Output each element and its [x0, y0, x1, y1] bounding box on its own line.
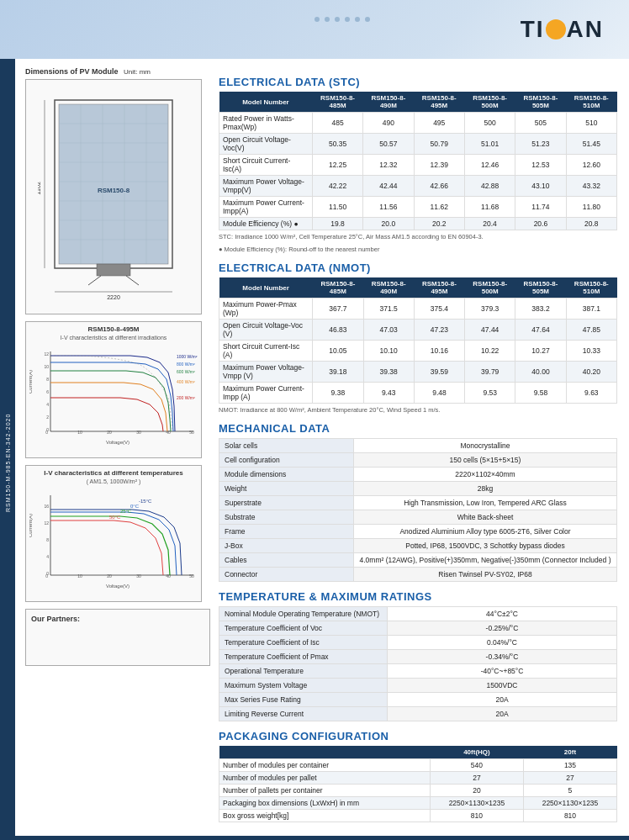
- svg-text:30: 30: [136, 573, 141, 578]
- dot-3: [335, 17, 340, 22]
- svg-text:20: 20: [107, 573, 112, 578]
- pkg-col-0: [219, 746, 431, 759]
- elec-nmot-col-5: RSM150-8-505M: [515, 277, 566, 298]
- pkg-table: 40ft(HQ) 20ft Number of modules per cont…: [219, 746, 617, 822]
- svg-text:30: 30: [136, 430, 141, 435]
- svg-text:1102: 1102: [38, 182, 41, 195]
- mech-title: MECHANICAL DATA: [219, 422, 617, 435]
- temp-table: Nominal Module Operating Temperature (NM…: [219, 606, 617, 721]
- mech-table: Solar cellsMonocrystallineCell configura…: [219, 438, 617, 582]
- pkg-col-1: 40ft(HQ): [430, 746, 523, 759]
- svg-text:25°C: 25°C: [120, 509, 132, 514]
- table-row: Cell configuration150 cells (5×15+5×15): [219, 453, 617, 468]
- stc-note1: STC: Irradiance 1000 W/m², Cell Temperat…: [219, 233, 617, 240]
- svg-text:RSM150-8: RSM150-8: [98, 187, 130, 194]
- table-row: Maximum Power Voltage-Vmpp(V)42.2242.444…: [219, 176, 617, 197]
- svg-text:20: 20: [107, 430, 112, 435]
- svg-text:4: 4: [46, 554, 49, 559]
- svg-text:8: 8: [46, 537, 49, 542]
- table-row: Short Circuit Current-Isc (A)10.0510.101…: [219, 341, 617, 362]
- header-dots: [314, 17, 370, 22]
- table-row: Maximum System Voltage1500VDC: [219, 679, 617, 693]
- dot-5: [355, 17, 360, 22]
- pkg-title: PACKAGING CONFIGURATION: [219, 730, 617, 742]
- elec-nmot-col-4: RSM150-8-500M: [465, 277, 515, 298]
- svg-text:0°C: 0°C: [130, 504, 140, 509]
- elec-stc-title: ELECTRICAL DATA (STC): [219, 76, 617, 88]
- elec-nmot-table: Model Number RSM150-8-485M RSM150-8-490M…: [219, 277, 617, 404]
- svg-text:400 W/m²: 400 W/m²: [177, 379, 195, 384]
- logo-ti: TI: [521, 16, 545, 43]
- svg-text:10: 10: [77, 430, 82, 435]
- iv-chart-1-subtitle: I-V characteristics at different irradia…: [29, 335, 198, 341]
- logo-o: [546, 19, 566, 40]
- elec-stc-col-0: Model Number: [219, 92, 313, 113]
- partners-content: [31, 626, 204, 660]
- table-row: Module dimensions2220×1102×40mm: [219, 468, 617, 482]
- table-row: Open Circuit Voltage-Voc(V)50.3550.5750.…: [219, 134, 617, 155]
- table-row: FrameAnodized Aluminium Alloy type 6005-…: [219, 525, 617, 539]
- table-row: Open Circuit Voltage-Voc (V)46.8347.0347…: [219, 320, 617, 341]
- elec-stc-col-2: RSM150-8-490M: [363, 92, 414, 113]
- table-row: Short Circuit Current-Isc(A)12.2512.3212…: [219, 155, 617, 176]
- stc-note2: ● Module Efficiency (%): Round-off to th…: [219, 246, 617, 253]
- table-row: SuperstrateHigh Transmission, Low Iron, …: [219, 496, 617, 510]
- svg-text:Voltage(V): Voltage(V): [106, 584, 130, 589]
- iv-chart-1-title: RSM150-8-495M: [29, 325, 198, 333]
- dot-4: [345, 17, 350, 22]
- two-column-layout: Dimensions of PV Module Unit: mm: [25, 67, 617, 822]
- elec-stc-col-5: RSM150-8-505M: [515, 92, 566, 113]
- table-row: Maximum Power Current-Impp (A)9.389.439.…: [219, 383, 617, 404]
- table-row: J-BoxPotted, IP68, 1500VDC, 3 Schottky b…: [219, 539, 617, 553]
- partners-title: Our Partners:: [31, 615, 204, 623]
- svg-text:6: 6: [46, 389, 49, 394]
- table-row: Maximum Power-Pmax (Wp)367.7371.5375.437…: [219, 298, 617, 320]
- iv-chart-2-title: I-V characteristics at different tempera…: [29, 469, 198, 477]
- svg-text:1000 W/m²: 1000 W/m²: [177, 354, 198, 359]
- table-row: Nominal Module Operating Temperature (NM…: [219, 607, 617, 621]
- header: TIAN: [0, 0, 629, 59]
- table-row: Maximum Power Voltage-Vmpp (V)39.1839.38…: [219, 362, 617, 383]
- svg-text:40: 40: [166, 430, 171, 435]
- svg-line-14: [88, 276, 101, 285]
- svg-rect-1: [59, 104, 168, 264]
- elec-nmot-col-0: Model Number: [219, 277, 313, 298]
- table-row: Temperature Coefficient of Voc-0.25%/°C: [219, 621, 617, 636]
- svg-text:Voltage(V): Voltage(V): [106, 440, 130, 445]
- elec-nmot-title: ELECTRICAL DATA (NMOT): [219, 262, 617, 274]
- dimensions-title: Dimensions of PV Module Unit: mm: [25, 67, 210, 76]
- svg-text:600 W/m²: 600 W/m²: [177, 369, 195, 374]
- table-row: Max Series Fuse Rating20A: [219, 693, 617, 707]
- table-row: SubstrateWhite Back-sheet: [219, 510, 617, 525]
- iv-chart-2-svg: Current(A) Voltage(V) 0 10 20 30 40 50 0…: [29, 487, 198, 596]
- elec-stc-table: Model Number RSM150-8-485M RSM150-8-490M…: [219, 92, 617, 230]
- svg-text:800 W/m²: 800 W/m²: [177, 362, 195, 367]
- svg-text:2220: 2220: [107, 294, 120, 300]
- dot-1: [314, 17, 320, 22]
- table-row: Maximum Power Current-Impp(A)11.5011.561…: [219, 197, 617, 218]
- svg-text:50: 50: [189, 573, 194, 578]
- svg-text:16: 16: [44, 504, 49, 509]
- table-row: Operational Temperature-40°C~+85°C: [219, 664, 617, 679]
- svg-text:50°C: 50°C: [109, 515, 121, 520]
- iv-chart-1-box: RSM150-8-495M I-V characteristics at dif…: [25, 321, 202, 458]
- logo-an: AN: [567, 16, 604, 43]
- table-row: Number of pallets per container205: [219, 785, 617, 797]
- iv-chart-2-box: I-V characteristics at different tempera…: [25, 465, 202, 602]
- table-row: Number of modules per pallet2727: [219, 772, 617, 785]
- svg-text:0: 0: [46, 571, 49, 576]
- table-row: Solar cellsMonocrystalline: [219, 439, 617, 453]
- pv-module-diagram-box: 2220 1102 RSM150-8: [25, 79, 202, 314]
- svg-text:4: 4: [46, 402, 49, 407]
- elec-nmot-col-6: RSM150-8-510M: [566, 277, 616, 298]
- dot-2: [325, 17, 330, 22]
- footer: CAUTION: READ SAFETY AND INSTALLATION IN…: [0, 836, 629, 840]
- svg-rect-13: [97, 264, 130, 276]
- svg-text:12: 12: [44, 351, 49, 357]
- table-row: Temperature Coefficient of Pmax-0.34%/°C: [219, 650, 617, 664]
- svg-text:10: 10: [44, 364, 49, 369]
- svg-text:0: 0: [46, 427, 49, 432]
- table-row: Temperature Coefficient of Isc0.04%/°C: [219, 636, 617, 650]
- elec-nmot-col-2: RSM150-8-490M: [363, 277, 414, 298]
- pv-module-svg: 2220 1102 RSM150-8: [38, 92, 189, 302]
